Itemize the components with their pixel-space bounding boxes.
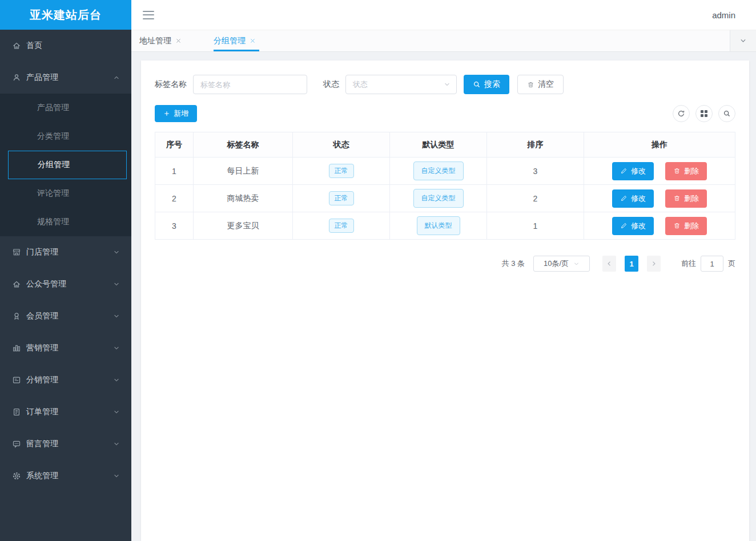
status-tag: 正常 xyxy=(329,191,354,205)
column-settings-button[interactable] xyxy=(695,105,713,122)
header-index: 序号 xyxy=(155,132,194,158)
sidebar-item-distribution-management[interactable]: 分销管理 xyxy=(0,364,131,396)
sidebar-item-marketing-management[interactable]: 营销管理 xyxy=(0,332,131,364)
sidebar-item-system-management[interactable]: 系统管理 xyxy=(0,460,131,492)
pagination: 共 3 条 10条/页 1 前往 页 xyxy=(155,256,735,272)
clear-button[interactable]: 清空 xyxy=(517,75,564,94)
next-page-button[interactable] xyxy=(647,256,661,272)
close-icon[interactable] xyxy=(250,38,256,44)
search-icon xyxy=(473,80,481,88)
chevron-down-icon xyxy=(444,81,451,88)
status-tag: 正常 xyxy=(329,219,354,233)
edit-button[interactable]: 修改 xyxy=(612,217,654,235)
cell-index: 3 xyxy=(155,212,194,240)
tag-name-label: 标签名称 xyxy=(155,79,187,90)
chevron-down-icon xyxy=(113,313,120,320)
edit-button[interactable]: 修改 xyxy=(612,162,654,180)
cell-name: 商城热卖 xyxy=(194,185,293,212)
sidebar-item-label: 首页 xyxy=(26,41,42,51)
pencil-icon xyxy=(620,167,628,175)
sidebar-subitem-group-active[interactable]: 分组管理 xyxy=(8,151,127,179)
close-icon[interactable] xyxy=(175,38,182,44)
sidebar-item-home[interactable]: 首页 xyxy=(0,30,131,62)
status-select[interactable]: 状态 xyxy=(345,75,457,94)
chevron-up-icon xyxy=(113,74,120,81)
chevron-down-icon xyxy=(113,345,120,352)
tag-name-input[interactable] xyxy=(193,75,307,94)
sidebar-item-product-management[interactable]: 产品管理 xyxy=(0,62,131,94)
product-submenu: 产品管理 分类管理 分组管理 评论管理 规格管理 xyxy=(0,94,131,236)
prev-page-button[interactable] xyxy=(602,256,616,272)
add-button[interactable]: 新增 xyxy=(155,105,197,122)
sidebar-item-store-management[interactable]: 门店管理 xyxy=(0,236,131,268)
sidebar: 亚米建站后台 首页 产品管理 产品管理 分类管理 分组管理 评论管理 规格管理 … xyxy=(0,0,131,541)
cell-type: 自定义类型 xyxy=(390,158,487,185)
hamburger-menu-icon[interactable] xyxy=(143,11,154,19)
cell-sort: 1 xyxy=(487,212,584,240)
sidebar-subitem-category[interactable]: 分类管理 xyxy=(0,122,131,151)
tab-address-management[interactable]: 地址管理 xyxy=(131,30,190,51)
user-menu[interactable]: admin xyxy=(712,10,735,20)
goto-page-input[interactable] xyxy=(701,256,723,272)
search-button[interactable]: 搜索 xyxy=(464,75,509,94)
edit-button[interactable]: 修改 xyxy=(612,189,654,208)
cell-name: 更多宝贝 xyxy=(194,212,293,240)
order-icon xyxy=(12,407,21,417)
delete-button[interactable]: 删除 xyxy=(665,217,707,235)
refresh-icon xyxy=(677,110,685,118)
cell-type: 自定义类型 xyxy=(390,185,487,212)
cell-actions: 修改 删除 xyxy=(584,158,735,185)
chevron-down-icon xyxy=(113,281,120,288)
status-tag: 正常 xyxy=(329,164,354,178)
table-row: 2 商城热卖 正常 自定义类型 2 修改 xyxy=(155,185,735,212)
sidebar-item-order-management[interactable]: 订单管理 xyxy=(0,396,131,428)
chevron-down-icon xyxy=(113,377,120,383)
chevron-down-icon xyxy=(573,261,580,267)
table-search-button[interactable] xyxy=(718,105,735,122)
cell-sort: 3 xyxy=(487,158,584,185)
home-icon xyxy=(12,41,21,50)
data-table: 序号 标签名称 状态 默认类型 排序 操作 1 每日上新 正常 xyxy=(155,132,735,240)
cell-index: 2 xyxy=(155,185,194,212)
sidebar-item-message-management[interactable]: 留言管理 xyxy=(0,428,131,460)
search-icon xyxy=(723,110,731,118)
chevron-down-icon xyxy=(113,409,120,415)
refresh-button[interactable] xyxy=(673,105,690,122)
page-unit-label: 页 xyxy=(728,259,735,269)
page-size-select[interactable]: 10条/页 xyxy=(533,256,590,272)
trash-icon xyxy=(673,222,681,229)
sidebar-item-label: 产品管理 xyxy=(26,72,58,83)
type-button[interactable]: 默认类型 xyxy=(417,216,460,235)
cell-name: 每日上新 xyxy=(194,158,293,185)
app-window: 亚米建站后台 首页 产品管理 产品管理 分类管理 分组管理 评论管理 规格管理 … xyxy=(0,0,756,541)
sidebar-item-official-account[interactable]: 公众号管理 xyxy=(0,268,131,300)
user-icon xyxy=(12,73,21,82)
tab-list-dropdown-button[interactable] xyxy=(730,30,756,51)
cell-sort: 2 xyxy=(487,185,584,212)
top-bar: admin xyxy=(131,0,756,30)
page-number-button[interactable]: 1 xyxy=(625,256,638,272)
marketing-chart-icon xyxy=(12,344,21,353)
cell-type: 默认类型 xyxy=(390,212,487,240)
cell-status: 正常 xyxy=(293,158,390,185)
cell-actions: 修改 删除 xyxy=(584,185,735,212)
chevron-right-icon xyxy=(650,260,657,267)
sidebar-subitem-product[interactable]: 产品管理 xyxy=(0,94,131,122)
chevron-down-icon xyxy=(113,249,120,256)
tab-group-management[interactable]: 分组管理 xyxy=(206,30,264,51)
chevron-down-icon xyxy=(739,37,747,45)
sidebar-subitem-comment[interactable]: 评论管理 xyxy=(0,179,131,208)
total-count: 共 3 条 xyxy=(502,259,525,269)
content-area: 标签名称 状态 状态 搜索 清空 xyxy=(131,52,756,541)
delete-button[interactable]: 删除 xyxy=(665,162,707,180)
official-account-icon xyxy=(12,280,21,289)
delete-button[interactable]: 删除 xyxy=(665,189,707,208)
type-button[interactable]: 自定义类型 xyxy=(413,162,464,180)
chevron-down-icon xyxy=(113,473,120,479)
sidebar-subitem-spec[interactable]: 规格管理 xyxy=(0,208,131,236)
distribution-icon xyxy=(12,376,21,385)
table-row: 3 更多宝贝 正常 默认类型 1 修改 xyxy=(155,212,735,240)
sidebar-item-member-management[interactable]: 会员管理 xyxy=(0,300,131,332)
type-button[interactable]: 自定义类型 xyxy=(413,189,464,208)
header-actions: 操作 xyxy=(584,132,735,158)
